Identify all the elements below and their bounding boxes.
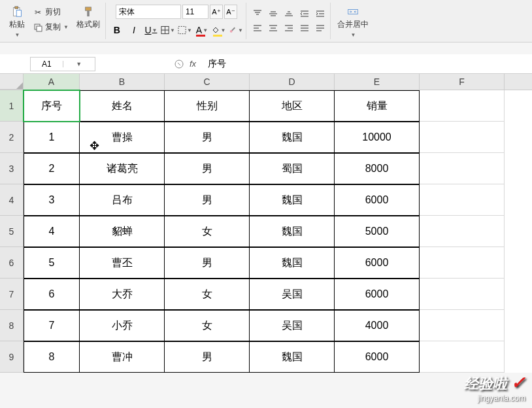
cell[interactable]: 6000	[335, 279, 420, 310]
cell[interactable]: 4	[24, 216, 80, 247]
cell[interactable]: 3	[24, 184, 80, 216]
row-header[interactable]: 3	[0, 153, 24, 184]
dropdown-arrow-icon[interactable]: ▼	[63, 61, 95, 67]
cell[interactable]: 男	[165, 341, 250, 373]
cell[interactable]: 小乔	[80, 310, 165, 341]
merge-center-button[interactable]: 合并居中▼	[335, 5, 371, 37]
cell[interactable]: 2	[24, 153, 80, 184]
cell[interactable]	[420, 184, 505, 216]
cell[interactable]: 销量	[335, 90, 420, 122]
cell[interactable]: 序号	[24, 90, 80, 122]
cell[interactable]	[420, 153, 505, 184]
cell[interactable]	[420, 122, 505, 153]
cell[interactable]	[420, 341, 505, 373]
cell[interactable]	[420, 279, 505, 310]
align-top-button[interactable]	[250, 7, 265, 20]
row-header[interactable]: 7	[0, 279, 24, 310]
cell[interactable]: 5000	[335, 216, 420, 247]
bold-button[interactable]: B	[110, 23, 124, 37]
distribute-button[interactable]	[313, 22, 327, 35]
cell[interactable]: 曹操	[80, 122, 165, 153]
column-header[interactable]: F	[420, 74, 505, 90]
cell[interactable]: 6000	[335, 184, 420, 216]
align-left-button[interactable]	[250, 22, 265, 35]
cell[interactable]: 男	[165, 122, 250, 153]
indent-increase-button[interactable]	[313, 7, 327, 20]
justify-button[interactable]	[297, 22, 312, 35]
cell[interactable]: 姓名	[80, 90, 165, 122]
row-header[interactable]: 9	[0, 341, 24, 373]
row-header[interactable]: 8	[0, 310, 24, 341]
cell[interactable]: 曹冲	[80, 341, 165, 373]
column-header[interactable]: C	[165, 74, 250, 90]
cell[interactable]: 6000	[335, 341, 420, 373]
font-color-button[interactable]: A▼	[195, 23, 209, 37]
cell[interactable]: 女	[165, 216, 250, 247]
cell[interactable]: 7	[24, 310, 80, 341]
cell[interactable]: 蜀国	[250, 153, 335, 184]
column-header[interactable]: B	[80, 74, 165, 90]
cell[interactable]	[420, 216, 505, 247]
cell[interactable]: 诸葛亮	[80, 153, 165, 184]
decrease-font-button[interactable]: A⁻	[224, 5, 237, 19]
formula-input[interactable]	[204, 57, 528, 71]
font-name-select[interactable]	[116, 5, 181, 19]
column-header[interactable]: D	[250, 74, 335, 90]
underline-button[interactable]: U▼	[144, 23, 158, 37]
cell[interactable]: 曹丕	[80, 247, 165, 279]
fill-color-button[interactable]: ▼	[212, 23, 226, 37]
cell[interactable]: 5	[24, 247, 80, 279]
copy-button[interactable]: 复制▼	[30, 20, 71, 34]
cell[interactable]	[420, 247, 505, 279]
italic-button[interactable]: I	[127, 23, 141, 37]
align-bottom-button[interactable]	[282, 7, 296, 20]
align-right-button[interactable]	[282, 22, 296, 35]
row-header[interactable]: 4	[0, 184, 24, 216]
row-header[interactable]: 2	[0, 122, 24, 153]
cell[interactable]	[420, 90, 505, 122]
paste-button[interactable]: 粘贴▼	[7, 5, 27, 37]
cell[interactable]: 貂蝉	[80, 216, 165, 247]
cell[interactable]: 6	[24, 279, 80, 310]
cell[interactable]: 魏国	[250, 247, 335, 279]
indent-decrease-button[interactable]	[297, 7, 312, 20]
cell[interactable]: 吴国	[250, 310, 335, 341]
clear-format-button[interactable]: ▼	[229, 23, 243, 37]
select-all-corner[interactable]	[0, 74, 24, 90]
row-header[interactable]: 5	[0, 216, 24, 247]
cell[interactable]: 魏国	[250, 184, 335, 216]
cut-button[interactable]: ✂ 剪切	[30, 5, 71, 19]
cell[interactable]: 女	[165, 310, 250, 341]
row-header[interactable]: 1	[0, 90, 24, 122]
column-header[interactable]: E	[335, 74, 420, 90]
align-middle-button[interactable]	[266, 7, 280, 20]
align-center-button[interactable]	[266, 22, 280, 35]
fx-icon[interactable]: fx	[190, 59, 196, 69]
increase-font-button[interactable]: A⁺	[210, 5, 223, 19]
cancel-button[interactable]	[173, 58, 186, 71]
cell[interactable]: 10000	[335, 122, 420, 153]
cell[interactable]: 魏国	[250, 341, 335, 373]
cell[interactable]: 6000	[335, 247, 420, 279]
font-size-select[interactable]	[182, 5, 208, 19]
row-header[interactable]: 6	[0, 247, 24, 279]
format-painter-button[interactable]: 格式刷	[74, 5, 103, 37]
cell[interactable]: 大乔	[80, 279, 165, 310]
cell[interactable]: 吴国	[250, 279, 335, 310]
border-button[interactable]: ▼	[161, 23, 175, 37]
column-header[interactable]: A	[24, 74, 80, 90]
name-box[interactable]: A1 ▼	[30, 57, 95, 71]
cell[interactable]: 魏国	[250, 122, 335, 153]
cell[interactable]: 1	[24, 122, 80, 153]
cell[interactable]: 男	[165, 153, 250, 184]
cell[interactable]: 4000	[335, 310, 420, 341]
cell[interactable]	[420, 310, 505, 341]
cell[interactable]: 8	[24, 341, 80, 373]
cell[interactable]: 男	[165, 247, 250, 279]
cell[interactable]: 魏国	[250, 216, 335, 247]
cell[interactable]: 吕布	[80, 184, 165, 216]
cell[interactable]: 性别	[165, 90, 250, 122]
cell[interactable]: 男	[165, 184, 250, 216]
cell[interactable]: 地区	[250, 90, 335, 122]
cell[interactable]: 8000	[335, 153, 420, 184]
